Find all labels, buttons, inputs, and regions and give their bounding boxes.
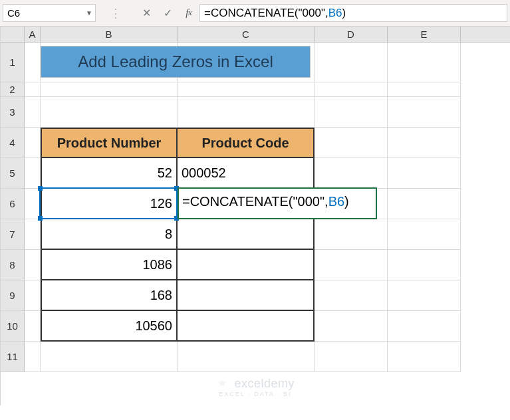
- table-cell[interactable]: 126: [41, 189, 178, 219]
- chevron-down-icon[interactable]: ▼: [86, 9, 92, 17]
- table-cell[interactable]: 8: [41, 219, 178, 250]
- formula-ref: B6: [328, 7, 342, 20]
- cell[interactable]: [388, 82, 461, 97]
- data-table: Product Number Product Code 52000052 126…: [41, 128, 315, 342]
- col-header-a[interactable]: A: [25, 27, 41, 42]
- table-cell[interactable]: 52: [41, 158, 178, 189]
- separator: ⋮: [96, 0, 136, 26]
- cell[interactable]: [25, 158, 41, 189]
- row-header[interactable]: 1: [1, 43, 25, 82]
- cell[interactable]: [388, 342, 461, 372]
- formula-input[interactable]: =CONCATENATE("000",B6): [199, 4, 507, 22]
- row-header[interactable]: 11: [1, 342, 25, 372]
- cell[interactable]: [25, 128, 41, 158]
- table-header-product-code: Product Code: [178, 128, 315, 158]
- cell[interactable]: [315, 219, 388, 250]
- edit-prefix: =CONCATENATE("000",: [182, 194, 328, 209]
- cell[interactable]: [25, 82, 41, 97]
- page-title: Add Leading Zeros in Excel: [41, 46, 311, 78]
- cell[interactable]: [41, 342, 178, 372]
- cell[interactable]: [388, 43, 461, 82]
- row-header[interactable]: 3: [1, 97, 25, 128]
- cancel-icon[interactable]: ✕: [136, 0, 157, 26]
- confirm-icon[interactable]: ✓: [157, 0, 178, 26]
- name-box[interactable]: C6 ▼: [3, 4, 96, 22]
- table-cell[interactable]: 000052: [178, 158, 315, 189]
- watermark-sub: EXCEL · DATA · BI: [1, 391, 510, 397]
- row-header[interactable]: 6: [1, 189, 25, 219]
- cell[interactable]: [388, 250, 461, 280]
- row-header[interactable]: 8: [1, 250, 25, 280]
- formula-bar: C6 ▼ ⋮ ✕ ✓ fx =CONCATENATE("000",B6): [0, 0, 510, 27]
- cell[interactable]: [178, 97, 315, 128]
- cell[interactable]: [388, 128, 461, 158]
- cell[interactable]: [315, 342, 388, 372]
- select-all-corner[interactable]: [1, 27, 25, 42]
- cell[interactable]: [388, 311, 461, 342]
- cell[interactable]: [25, 219, 41, 250]
- col-header-d[interactable]: D: [315, 27, 388, 42]
- cell[interactable]: [388, 158, 461, 189]
- cell[interactable]: [315, 128, 388, 158]
- formula-text: =CONCATENATE("000",: [204, 7, 328, 20]
- row-header[interactable]: 9: [1, 280, 25, 311]
- table-cell[interactable]: 1086: [41, 250, 178, 280]
- cell[interactable]: [25, 280, 41, 311]
- rows: 1 2 3 4 5 6 7 8 9 10 11 Add Leading Zero…: [1, 43, 510, 372]
- cell[interactable]: [25, 97, 41, 128]
- cell[interactable]: [315, 82, 388, 97]
- logo-icon: [216, 378, 228, 390]
- row-header[interactable]: 10: [1, 311, 25, 342]
- cell[interactable]: [388, 189, 461, 219]
- table-header-product-number: Product Number: [41, 128, 178, 158]
- cell[interactable]: [178, 342, 315, 372]
- spreadsheet-grid[interactable]: A B C D E 1 2 3 4 5 6 7 8 9 10 11 Add Le…: [0, 27, 510, 405]
- cell[interactable]: [315, 158, 388, 189]
- edit-suffix: ): [344, 194, 349, 209]
- cell[interactable]: [315, 311, 388, 342]
- cell[interactable]: [315, 250, 388, 280]
- edit-ref: B6: [328, 194, 344, 209]
- cell[interactable]: [41, 82, 178, 97]
- cell[interactable]: [388, 280, 461, 311]
- col-header-c[interactable]: C: [178, 27, 315, 42]
- cell[interactable]: [25, 43, 41, 82]
- cell[interactable]: [25, 311, 41, 342]
- cell[interactable]: [25, 189, 41, 219]
- table-cell[interactable]: [178, 280, 315, 311]
- row-header[interactable]: 4: [1, 128, 25, 158]
- cell[interactable]: [315, 280, 388, 311]
- row-header[interactable]: 2: [1, 82, 25, 97]
- cell[interactable]: [315, 43, 388, 82]
- table-cell[interactable]: 168: [41, 280, 178, 311]
- formula-suffix: ): [342, 7, 346, 20]
- cell[interactable]: [25, 250, 41, 280]
- table-cell[interactable]: [178, 250, 315, 280]
- col-header-b[interactable]: B: [41, 27, 178, 42]
- table-cell[interactable]: [178, 311, 315, 342]
- table-cell[interactable]: 10560: [41, 311, 178, 342]
- cell[interactable]: [388, 219, 461, 250]
- cell[interactable]: [178, 82, 315, 97]
- watermark: exceldemy EXCEL · DATA · BI: [1, 377, 510, 397]
- row-header[interactable]: 5: [1, 158, 25, 189]
- cell[interactable]: [315, 97, 388, 128]
- active-cell-edit[interactable]: =CONCATENATE("000",B6): [178, 187, 377, 219]
- cell[interactable]: [388, 97, 461, 128]
- col-header-e[interactable]: E: [388, 27, 461, 42]
- column-headers: A B C D E: [1, 27, 510, 43]
- fx-icon[interactable]: fx: [178, 0, 199, 26]
- name-box-value: C6: [7, 7, 20, 19]
- watermark-main: exceldemy: [234, 377, 295, 390]
- row-header[interactable]: 7: [1, 219, 25, 250]
- table-cell[interactable]: [178, 219, 315, 250]
- cell[interactable]: [25, 342, 41, 372]
- cell[interactable]: [41, 97, 178, 128]
